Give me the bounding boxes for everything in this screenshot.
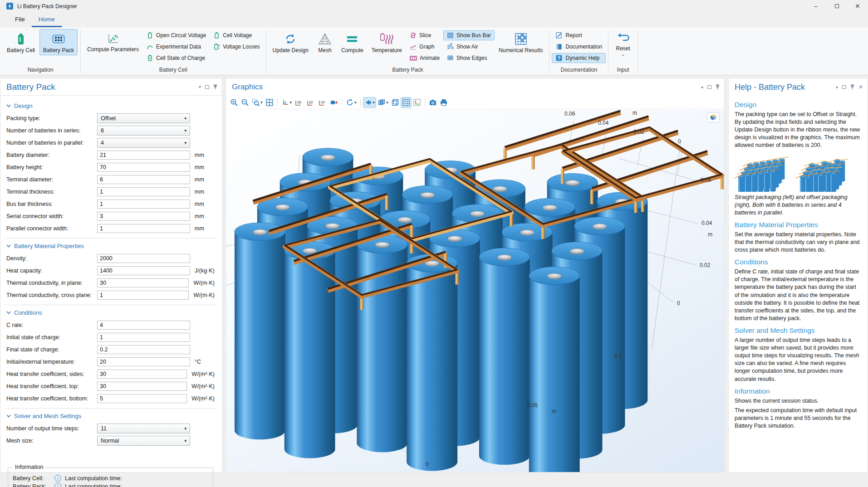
view-camera-button[interactable]	[329, 97, 339, 108]
battery-pack-icon	[52, 32, 65, 46]
section-battery-material-properties[interactable]: Battery Material Properties	[6, 243, 215, 249]
camera-icon	[429, 98, 437, 107]
compute-button[interactable]: Compute	[338, 29, 367, 55]
zoom-out-icon	[241, 98, 249, 107]
terminal-diameter-field[interactable]	[97, 175, 190, 184]
minimize-button[interactable]: –	[805, 0, 826, 12]
cell-voltage-button[interactable]: Cell Voltage	[210, 30, 263, 40]
view-xy-button[interactable]: xy	[293, 97, 305, 108]
zoom-box-icon	[252, 98, 260, 107]
svg-text:xz: xz	[321, 100, 325, 104]
report-button[interactable]: Report	[552, 30, 606, 40]
show-axis-button[interactable]	[412, 97, 422, 108]
info-icon[interactable]: i	[54, 475, 61, 482]
battery-pack-button[interactable]: Battery Pack	[39, 29, 78, 55]
pin-icon[interactable]	[213, 84, 217, 90]
zoom-extents-button[interactable]	[264, 97, 275, 108]
info-icon[interactable]: i	[54, 483, 61, 487]
print-button[interactable]	[438, 97, 449, 108]
temperature-button[interactable]: Temperature	[368, 29, 406, 55]
terminal-thickness-field[interactable]	[97, 187, 190, 196]
ribbon-group-input: Reset ⌄ Input	[611, 29, 635, 75]
show-grid-button[interactable]	[401, 97, 412, 108]
dynamic-help-button[interactable]: ? Dynamic Help	[552, 53, 606, 63]
mesh-size-select[interactable]: Normal▾	[97, 436, 190, 446]
pin-icon[interactable]	[850, 84, 854, 90]
update-design-button[interactable]: Update Design	[269, 29, 312, 55]
slice-button[interactable]: Slice	[406, 30, 443, 40]
frame-box-button[interactable]	[390, 97, 401, 108]
graph-button[interactable]: Graph	[406, 42, 443, 52]
series-count-select[interactable]: 6▾	[97, 126, 190, 136]
scene-light-button[interactable]: ▾	[363, 97, 377, 108]
open-circuit-voltage-button[interactable]: Open Circuit Voltage	[143, 30, 210, 40]
panel-menu-caret-icon[interactable]: ▾	[199, 84, 201, 89]
zoom-box-button[interactable]: ▾	[250, 97, 264, 108]
help-heading-material: Battery Material Properties	[735, 221, 861, 229]
rotate-button[interactable]: ▾	[344, 97, 358, 108]
parallel-connector-width-field[interactable]	[97, 224, 190, 233]
question-icon: ?	[555, 54, 563, 62]
ribbon-group-battery-cell: Compute Parameters Open Circuit Voltage …	[83, 29, 264, 75]
zoom-out-button[interactable]	[240, 97, 250, 108]
heat-capacity-field[interactable]	[97, 266, 190, 275]
tab-file[interactable]: File	[8, 12, 32, 27]
graphics-panel-title: Graphics	[232, 83, 263, 92]
parallel-count-select[interactable]: 4▾	[97, 138, 190, 148]
initial-temperature-field[interactable]	[97, 357, 190, 366]
section-conditions[interactable]: Conditions	[6, 309, 215, 316]
final-soc-field[interactable]	[97, 345, 190, 354]
ribbon-separator	[549, 30, 549, 73]
show-air-button[interactable]: Show Air	[443, 42, 495, 52]
close-button[interactable]: ✕	[847, 0, 868, 12]
transparency-button[interactable]: ▾	[376, 97, 390, 108]
orientation-cube-icon[interactable]	[707, 112, 720, 122]
toolbar-separator	[277, 98, 278, 107]
battery-diameter-field[interactable]	[97, 151, 190, 160]
mesh-button[interactable]: Mesh	[313, 29, 337, 55]
image-snapshot-button[interactable]	[427, 97, 438, 108]
battery-height-field[interactable]	[97, 163, 190, 172]
panel-float-icon[interactable]	[842, 85, 846, 89]
voltage-losses-button[interactable]: Voltage Losses	[210, 42, 263, 52]
c-rate-field[interactable]	[97, 321, 190, 330]
axis-label: 0.06	[701, 177, 711, 183]
htc-top-field[interactable]	[97, 382, 187, 391]
htc-sides-field[interactable]	[97, 370, 187, 379]
axis-label: 0	[426, 461, 429, 468]
cell-state-of-charge-button[interactable]: Cell State of Charge	[143, 53, 210, 63]
tab-home[interactable]: Home	[32, 12, 62, 27]
zoom-in-button[interactable]	[229, 97, 240, 108]
htc-bottom-field[interactable]	[97, 394, 187, 403]
time-steps-select[interactable]: 11▾	[97, 424, 190, 433]
animate-button[interactable]: Animate	[406, 53, 443, 63]
panel-float-icon[interactable]	[205, 85, 209, 89]
thermal-conductivity-in-plane-field[interactable]	[97, 278, 189, 287]
view-xz-button[interactable]: xz	[317, 97, 329, 108]
default-view-button[interactable]: ▾	[280, 97, 294, 108]
numerical-results-button[interactable]: Numerical Results	[495, 29, 546, 55]
initial-soc-field[interactable]	[97, 333, 190, 342]
panel-menu-caret-icon[interactable]: ▾	[701, 85, 703, 90]
panel-close-icon[interactable]: ✕	[858, 84, 863, 90]
thermal-conductivity-cross-plane-field[interactable]	[97, 291, 189, 300]
maximize-button[interactable]	[826, 0, 847, 12]
density-field[interactable]	[97, 254, 190, 263]
experimental-data-button[interactable]: Experimental Data	[143, 42, 210, 52]
panel-menu-caret-icon[interactable]: ▾	[836, 85, 838, 90]
packing-type-select[interactable]: Offset▾	[97, 113, 190, 123]
battery-cell-button[interactable]: Battery Cell	[3, 29, 39, 55]
show-bus-bar-button[interactable]: Show Bus Bar	[443, 30, 495, 40]
serial-connector-width-field[interactable]	[97, 212, 190, 221]
show-edges-button[interactable]: Show Edges	[443, 53, 495, 63]
graphics-viewport[interactable]: 0.060.040.020m0.060.04m0.0200.10.05m0	[226, 110, 724, 472]
section-solver-mesh[interactable]: Solver and Mesh Settings	[6, 413, 215, 419]
section-design[interactable]: Design	[6, 102, 215, 109]
documentation-button[interactable]: Documentation	[552, 42, 606, 52]
compute-parameters-button[interactable]: Compute Parameters	[83, 29, 142, 54]
panel-float-icon[interactable]	[707, 85, 711, 89]
reset-button[interactable]: Reset ⌄	[611, 29, 635, 58]
view-yz-button[interactable]: yz	[305, 97, 317, 108]
pin-icon[interactable]	[716, 84, 720, 90]
bus-bar-thickness-field[interactable]	[97, 200, 190, 209]
